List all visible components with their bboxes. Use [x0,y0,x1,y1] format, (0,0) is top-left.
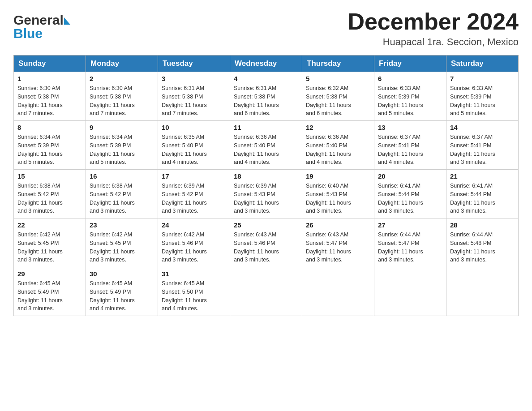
weekday-header-monday: Monday [86,56,158,72]
calendar-week-row: 15Sunrise: 6:38 AMSunset: 5:42 PMDayligh… [14,170,519,218]
day-info: Sunrise: 6:41 AMSunset: 5:44 PMDaylight:… [378,182,442,215]
calendar-cell: 29Sunrise: 6:45 AMSunset: 5:49 PMDayligh… [14,267,86,316]
day-number: 21 [450,172,515,180]
day-number: 15 [17,172,82,180]
calendar-cell: 6Sunrise: 6:33 AMSunset: 5:39 PMDaylight… [374,72,446,121]
calendar-cell: 28Sunrise: 6:44 AMSunset: 5:48 PMDayligh… [446,218,519,267]
day-info: Sunrise: 6:42 AMSunset: 5:45 PMDaylight:… [90,231,154,264]
day-number: 27 [378,221,442,229]
calendar-cell: 21Sunrise: 6:41 AMSunset: 5:44 PMDayligh… [446,170,519,218]
day-info: Sunrise: 6:45 AMSunset: 5:49 PMDaylight:… [90,279,154,313]
day-info: Sunrise: 6:38 AMSunset: 5:42 PMDaylight:… [17,182,82,215]
day-number: 28 [450,221,515,229]
day-info: Sunrise: 6:31 AMSunset: 5:38 PMDaylight:… [234,84,298,118]
day-info: Sunrise: 6:42 AMSunset: 5:46 PMDaylight:… [162,231,226,264]
day-number: 3 [162,75,226,82]
calendar-cell: 1Sunrise: 6:30 AMSunset: 5:38 PMDaylight… [14,72,86,121]
day-number: 26 [306,221,370,229]
title-block: December 2024 Huapacal 1ra. Seccion, Mex… [348,9,519,48]
day-number: 18 [234,172,298,180]
day-number: 30 [90,270,154,278]
day-number: 1 [17,75,82,82]
calendar-cell: 19Sunrise: 6:40 AMSunset: 5:43 PMDayligh… [302,170,374,218]
weekday-header-wednesday: Wednesday [230,56,302,72]
day-number: 10 [162,124,226,131]
day-number: 24 [162,221,226,229]
weekday-header-friday: Friday [374,56,446,72]
day-info: Sunrise: 6:33 AMSunset: 5:39 PMDaylight:… [378,84,442,118]
weekday-header-saturday: Saturday [446,56,519,72]
calendar-cell [230,267,302,316]
day-number: 2 [90,75,154,82]
logo-blue-text: Blue [13,26,43,41]
calendar-cell: 17Sunrise: 6:39 AMSunset: 5:42 PMDayligh… [158,170,230,218]
calendar-cell: 15Sunrise: 6:38 AMSunset: 5:42 PMDayligh… [14,170,86,218]
day-number: 23 [90,221,154,229]
day-number: 6 [378,75,442,82]
day-info: Sunrise: 6:42 AMSunset: 5:45 PMDaylight:… [17,231,82,264]
day-info: Sunrise: 6:32 AMSunset: 5:38 PMDaylight:… [306,84,370,118]
calendar-cell: 26Sunrise: 6:43 AMSunset: 5:47 PMDayligh… [302,218,374,267]
calendar-week-row: 29Sunrise: 6:45 AMSunset: 5:49 PMDayligh… [14,267,519,316]
calendar-cell: 5Sunrise: 6:32 AMSunset: 5:38 PMDaylight… [302,72,374,121]
calendar-cell [446,267,519,316]
day-info: Sunrise: 6:37 AMSunset: 5:41 PMDaylight:… [378,133,442,167]
day-number: 8 [17,124,82,131]
page-header: General Blue December 2024 Huapacal 1ra.… [13,9,519,48]
day-info: Sunrise: 6:41 AMSunset: 5:44 PMDaylight:… [450,182,515,215]
calendar-cell: 12Sunrise: 6:36 AMSunset: 5:40 PMDayligh… [302,121,374,170]
day-number: 20 [378,172,442,180]
calendar-cell: 25Sunrise: 6:43 AMSunset: 5:46 PMDayligh… [230,218,302,267]
calendar-header-row: SundayMondayTuesdayWednesdayThursdayFrid… [14,56,519,72]
day-number: 25 [234,221,298,229]
calendar-cell: 3Sunrise: 6:31 AMSunset: 5:38 PMDaylight… [158,72,230,121]
calendar-cell: 11Sunrise: 6:36 AMSunset: 5:40 PMDayligh… [230,121,302,170]
weekday-header-tuesday: Tuesday [158,56,230,72]
day-info: Sunrise: 6:45 AMSunset: 5:49 PMDaylight:… [17,279,82,313]
day-number: 31 [162,270,226,278]
calendar-cell: 7Sunrise: 6:33 AMSunset: 5:39 PMDaylight… [446,72,519,121]
calendar-cell: 31Sunrise: 6:45 AMSunset: 5:50 PMDayligh… [158,267,230,316]
calendar-cell: 9Sunrise: 6:34 AMSunset: 5:39 PMDaylight… [86,121,158,170]
calendar-cell: 4Sunrise: 6:31 AMSunset: 5:38 PMDaylight… [230,72,302,121]
calendar-cell: 22Sunrise: 6:42 AMSunset: 5:45 PMDayligh… [14,218,86,267]
day-number: 17 [162,172,226,180]
calendar-cell: 10Sunrise: 6:35 AMSunset: 5:40 PMDayligh… [158,121,230,170]
calendar-cell: 8Sunrise: 6:34 AMSunset: 5:39 PMDaylight… [14,121,86,170]
day-info: Sunrise: 6:37 AMSunset: 5:41 PMDaylight:… [450,133,515,167]
calendar-cell: 30Sunrise: 6:45 AMSunset: 5:49 PMDayligh… [86,267,158,316]
day-number: 7 [450,75,515,82]
day-info: Sunrise: 6:40 AMSunset: 5:43 PMDaylight:… [306,182,370,215]
calendar-cell: 18Sunrise: 6:39 AMSunset: 5:43 PMDayligh… [230,170,302,218]
day-number: 16 [90,172,154,180]
calendar-cell [374,267,446,316]
day-info: Sunrise: 6:36 AMSunset: 5:40 PMDaylight:… [234,133,298,167]
month-title: December 2024 [348,9,519,34]
day-info: Sunrise: 6:31 AMSunset: 5:38 PMDaylight:… [162,84,226,118]
day-info: Sunrise: 6:45 AMSunset: 5:50 PMDaylight:… [162,279,226,313]
day-number: 12 [306,124,370,131]
day-info: Sunrise: 6:30 AMSunset: 5:38 PMDaylight:… [17,84,82,118]
day-number: 13 [378,124,442,131]
day-info: Sunrise: 6:35 AMSunset: 5:40 PMDaylight:… [162,133,226,167]
day-info: Sunrise: 6:44 AMSunset: 5:47 PMDaylight:… [378,231,442,264]
calendar-week-row: 1Sunrise: 6:30 AMSunset: 5:38 PMDaylight… [14,72,519,121]
calendar-cell: 2Sunrise: 6:30 AMSunset: 5:38 PMDaylight… [86,72,158,121]
day-info: Sunrise: 6:38 AMSunset: 5:42 PMDaylight:… [90,182,154,215]
day-info: Sunrise: 6:43 AMSunset: 5:47 PMDaylight:… [306,231,370,264]
day-info: Sunrise: 6:34 AMSunset: 5:39 PMDaylight:… [17,133,82,167]
calendar-table: SundayMondayTuesdayWednesdayThursdayFrid… [13,55,519,316]
day-info: Sunrise: 6:33 AMSunset: 5:39 PMDaylight:… [450,84,515,118]
calendar-week-row: 22Sunrise: 6:42 AMSunset: 5:45 PMDayligh… [14,218,519,267]
logo-arrow-icon [64,17,70,25]
calendar-cell: 23Sunrise: 6:42 AMSunset: 5:45 PMDayligh… [86,218,158,267]
calendar-cell: 16Sunrise: 6:38 AMSunset: 5:42 PMDayligh… [86,170,158,218]
location-subtitle: Huapacal 1ra. Seccion, Mexico [348,36,519,48]
day-number: 22 [17,221,82,229]
calendar-cell: 14Sunrise: 6:37 AMSunset: 5:41 PMDayligh… [446,121,519,170]
calendar-cell: 24Sunrise: 6:42 AMSunset: 5:46 PMDayligh… [158,218,230,267]
day-info: Sunrise: 6:43 AMSunset: 5:46 PMDaylight:… [234,231,298,264]
day-number: 14 [450,124,515,131]
day-number: 9 [90,124,154,131]
day-number: 19 [306,172,370,180]
